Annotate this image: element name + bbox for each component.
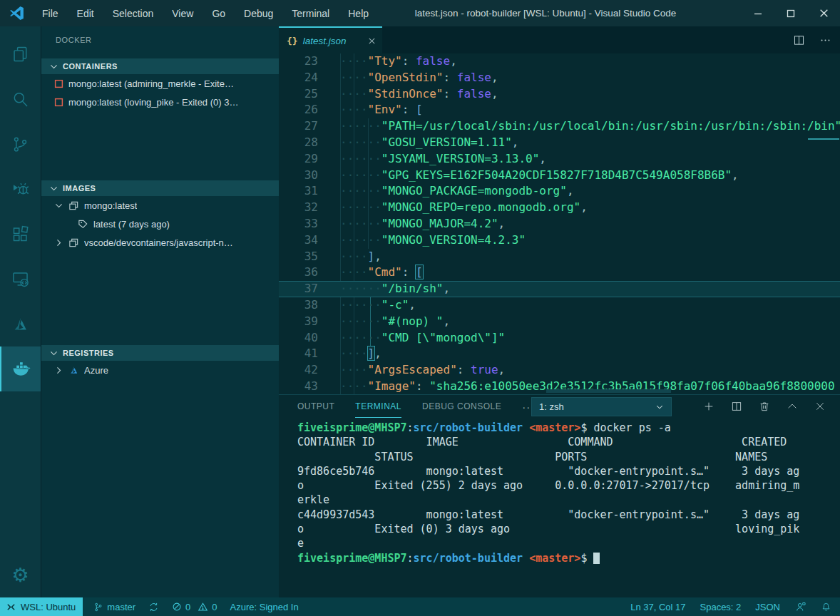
tab-label: latest.json [303, 36, 347, 46]
line-number: 33 [279, 216, 318, 232]
chevron-right-icon[interactable] [54, 238, 63, 247]
menu-terminal[interactable]: Terminal [282, 0, 339, 26]
terminal-line: e [297, 536, 840, 550]
indentation[interactable]: Spaces: 2 [700, 602, 742, 612]
line-number: 29 [279, 151, 318, 168]
close-icon[interactable] [807, 0, 840, 26]
code-line-30[interactable]: 30······"GPG_KEYS=E162F504A20CDF15827F71… [279, 168, 840, 184]
maximize-panel-icon[interactable] [787, 401, 798, 412]
cursor-position[interactable]: Ln 37, Col 17 [630, 602, 685, 612]
menu-go[interactable]: Go [203, 0, 235, 26]
terminal-line: erkle [297, 493, 840, 507]
code-line-28[interactable]: 28······"GOSU_VERSION=1.11", [279, 135, 840, 151]
menu-view[interactable]: View [163, 0, 203, 26]
menu-edit[interactable]: Edit [68, 0, 103, 26]
menu-debug[interactable]: Debug [235, 0, 282, 26]
terminal-output[interactable]: fiveisprime@MHSP7:src/robot-builder <mas… [297, 421, 840, 565]
code-line-25[interactable]: 25····"StdinOnce": false, [279, 86, 840, 103]
code-line-34[interactable]: 34······"MONGO_VERSION=4.2.3" [279, 232, 840, 249]
code-line-35[interactable]: 35····], [279, 249, 840, 265]
vscode-logo-icon [9, 5, 25, 21]
menu-selection[interactable]: Selection [103, 0, 163, 26]
code-editor[interactable]: 23····"Tty": false,24····"OpenStdin": fa… [279, 53, 840, 394]
tree-item[interactable]: mongo:latest (loving_pike - Exited (0) 3… [41, 93, 279, 111]
editor-horizontal-scrollbar[interactable] [546, 389, 671, 393]
code-text: ······"/bin/sh", [340, 281, 450, 297]
gear-icon[interactable]: ⚙ [0, 565, 41, 585]
code-line-37[interactable]: 37······"/bin/sh", [279, 281, 840, 297]
split-terminal-icon[interactable] [731, 401, 742, 412]
tab-close-icon[interactable] [367, 36, 377, 46]
maximize-icon[interactable] [774, 0, 807, 26]
code-line-29[interactable]: 29······"JSYAML_VERSION=3.13.0", [279, 151, 840, 168]
code-line-33[interactable]: 33······"MONGO_MAJOR=4.2", [279, 216, 840, 232]
line-number: 43 [279, 379, 318, 394]
azure-status[interactable]: Azure: Signed In [230, 602, 299, 612]
sync-icon [148, 602, 159, 612]
menu-file[interactable]: File [33, 0, 68, 26]
notifications-bell-icon[interactable] [821, 602, 831, 612]
tree-item[interactable]: vscode/devcontainers/javascript-n… [41, 233, 279, 252]
tree-item[interactable]: Azure [41, 361, 279, 379]
minimize-icon[interactable] [742, 0, 774, 26]
section-header-registries[interactable]: REGISTRIES [41, 345, 279, 361]
docker-icon[interactable] [0, 346, 41, 391]
remote-explorer-icon[interactable] [0, 257, 41, 302]
code-line-40[interactable]: 40······"CMD [\"mongod\"]" [279, 330, 840, 346]
git-branch[interactable]: master [93, 602, 135, 612]
remote-indicator[interactable]: WSL: Ubuntu [0, 597, 83, 616]
tree-item-label: Azure [84, 365, 108, 376]
panel-tabs: OUTPUTTERMINALDEBUG CONSOLE [297, 395, 522, 418]
tree-item-label: latest (7 days ago) [93, 219, 170, 230]
panel-tab-debug-console[interactable]: DEBUG CONSOLE [422, 395, 501, 418]
panel-header: OUTPUTTERMINALDEBUG CONSOLE ··· 1: zsh [279, 395, 840, 418]
debug-icon[interactable] [0, 167, 41, 212]
feedback-icon[interactable] [794, 601, 806, 612]
tab-latest-json[interactable]: {} latest.json [279, 26, 382, 53]
split-editor-icon[interactable] [793, 34, 805, 46]
code-text: ····], [340, 346, 381, 362]
azure-icon[interactable] [0, 302, 41, 346]
source-control-icon[interactable] [0, 122, 41, 167]
section-header-images[interactable]: IMAGES [41, 180, 279, 196]
line-number: 39 [279, 314, 318, 330]
line-number: 34 [279, 232, 318, 249]
panel-tab-output[interactable]: OUTPUT [297, 395, 334, 418]
more-actions-icon[interactable] [819, 34, 831, 46]
code-text: ····"Env": [ [340, 102, 423, 118]
code-line-41[interactable]: 41····], [279, 346, 840, 362]
section-header-containers[interactable]: CONTAINERS [41, 58, 279, 74]
panel-tab-terminal[interactable]: TERMINAL [355, 395, 401, 418]
terminal-picker[interactable]: 1: zsh [531, 397, 672, 416]
code-line-38[interactable]: 38······"-c", [279, 297, 840, 314]
line-number: 32 [279, 200, 318, 216]
menu-help[interactable]: Help [339, 0, 378, 26]
new-terminal-icon[interactable] [703, 401, 714, 412]
line-number: 31 [279, 183, 318, 200]
image-icon [68, 237, 79, 248]
language-mode[interactable]: JSON [755, 602, 780, 612]
chevron-down-icon[interactable] [54, 201, 63, 210]
kill-terminal-icon[interactable] [759, 401, 770, 412]
code-line-31[interactable]: 31······"MONGO_PACKAGE=mongodb-org", [279, 183, 840, 200]
code-line-24[interactable]: 24····"OpenStdin": false, [279, 70, 840, 86]
code-line-32[interactable]: 32······"MONGO_REPO=repo.mongodb.org", [279, 200, 840, 216]
code-line-42[interactable]: 42····"ArgsEscaped": true, [279, 362, 840, 379]
tree-item[interactable]: mongo:latest (admiring_merkle - Exite… [41, 74, 279, 93]
close-panel-icon[interactable] [814, 401, 826, 412]
code-line-39[interactable]: 39······"#(nop) ", [279, 314, 840, 330]
code-line-36[interactable]: 36····"Cmd": [ [279, 265, 840, 281]
tree-item[interactable]: mongo:latest [41, 196, 279, 215]
line-number: 37 [279, 281, 318, 297]
explorer-icon[interactable] [0, 32, 41, 77]
code-line-23[interactable]: 23····"Tty": false, [279, 53, 840, 70]
code-line-26[interactable]: 26····"Env": [ [279, 102, 840, 118]
tree-item[interactable]: latest (7 days ago) [41, 215, 279, 233]
problems-indicator[interactable]: 0 0 [172, 602, 217, 612]
sync-button[interactable] [148, 602, 159, 612]
code-line-27[interactable]: 27······"PATH=/usr/local/sbin:/usr/local… [279, 118, 840, 135]
warnings-icon [198, 602, 208, 612]
chevron-right-icon[interactable] [54, 366, 63, 375]
extensions-icon[interactable] [0, 212, 41, 257]
search-icon[interactable] [0, 77, 41, 122]
